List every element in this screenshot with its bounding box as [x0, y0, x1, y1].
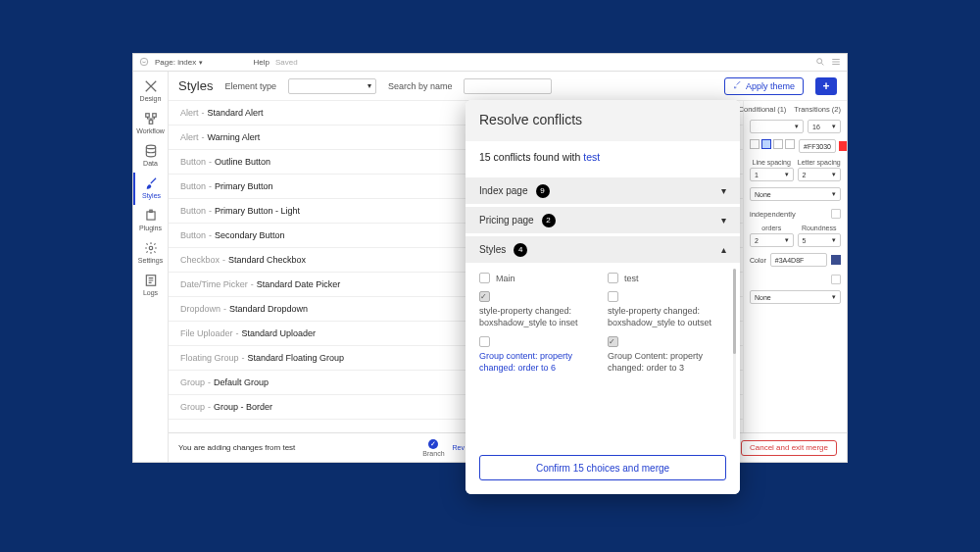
border-color-field[interactable]: #3A4D8F [770, 253, 827, 267]
search-icon[interactable] [815, 57, 825, 69]
rail-logs[interactable]: Logs [133, 270, 169, 302]
svg-point-0 [140, 58, 148, 66]
svg-point-8 [149, 246, 153, 250]
svg-rect-3 [152, 114, 156, 118]
choice-checkbox[interactable] [479, 336, 490, 347]
rail-settings[interactable]: Settings [133, 237, 169, 270]
conflict-list: Main test style-property changed: boxsha… [466, 263, 740, 445]
bg-checkbox[interactable] [831, 275, 841, 284]
count-badge: 2 [542, 214, 556, 227]
svg-point-5 [146, 145, 155, 149]
color-swatch[interactable] [831, 255, 841, 265]
chevron-down-icon: ▾ [721, 215, 726, 226]
branch-status-icon: ✓ [428, 439, 438, 449]
rail-plugins[interactable]: Plugins [133, 205, 169, 237]
branch-link[interactable]: test [583, 151, 600, 163]
rail-styles[interactable]: Styles [133, 173, 169, 205]
background-dropdown[interactable]: None▾ [750, 290, 841, 304]
svg-point-1 [817, 58, 822, 63]
tab-conditional[interactable]: Conditional (1) [739, 105, 787, 114]
rail-workflow[interactable]: Workflow [133, 108, 169, 140]
select-all-main-checkbox[interactable] [479, 273, 490, 283]
section-pricing-page[interactable]: Pricing page 2 ▾ [466, 204, 740, 233]
page-label[interactable]: Page: index ▾ [155, 58, 203, 67]
branch-label: Branch [422, 450, 444, 457]
count-badge: 4 [514, 243, 527, 257]
tab-transitions[interactable]: Transitions (2) [794, 105, 841, 114]
modal-subheader: 15 conflicts found with test [466, 141, 740, 175]
font-dropdown[interactable]: ▾ [750, 120, 804, 133]
menu-icon[interactable] [831, 57, 841, 69]
plugin-icon [144, 209, 158, 223]
rail-design[interactable]: Design [133, 75, 169, 108]
independent-checkbox[interactable] [831, 209, 841, 219]
cancel-merge-button[interactable]: Cancel and exit merge [741, 440, 837, 456]
add-style-button[interactable]: + [815, 77, 837, 95]
section-index-page[interactable]: Index page 9 ▾ [466, 175, 740, 204]
roundness-value[interactable]: 5▾ [798, 233, 842, 247]
saved-status: Saved [275, 58, 298, 67]
database-icon [144, 144, 158, 158]
merge-message: You are adding changes from test [178, 443, 295, 452]
gear-icon [144, 241, 158, 255]
brush-icon [145, 176, 159, 190]
apply-theme-button[interactable]: Apply theme [724, 77, 804, 95]
search-label: Search by name [388, 81, 453, 91]
conflict-row: style-property changed: boxshadow_style … [479, 291, 726, 328]
scrollbar[interactable] [733, 269, 736, 439]
conflict-row: Group content: property changed: order t… [479, 336, 726, 374]
chevron-up-icon: ▴ [721, 244, 726, 255]
rail-data[interactable]: Data [133, 140, 169, 173]
count-badge: 9 [536, 184, 550, 198]
pencil-cross-icon [144, 79, 158, 93]
modal-title: Resolve conflicts [479, 112, 726, 127]
svg-rect-2 [145, 114, 149, 118]
resolve-conflicts-modal: Resolve conflicts 15 conflicts found wit… [466, 100, 740, 494]
select-all-test-checkbox[interactable] [608, 273, 618, 283]
color-field[interactable]: #FF3030 [799, 139, 836, 153]
chevron-down-icon: ▾ [721, 185, 726, 196]
workflow-icon [144, 112, 158, 125]
choice-checkbox[interactable] [608, 291, 618, 302]
borders-value[interactable]: 2▾ [750, 233, 794, 247]
choice-checkbox[interactable] [479, 291, 490, 302]
svg-rect-4 [149, 121, 153, 125]
svg-rect-6 [146, 212, 154, 220]
text-align[interactable] [750, 139, 795, 149]
logs-icon [144, 274, 158, 287]
page-title: Styles [178, 78, 213, 93]
letter-spacing[interactable]: 2▾ [798, 168, 842, 181]
modal-header: Resolve conflicts [466, 100, 740, 141]
element-type-label: Element type [224, 81, 276, 91]
shadow-dropdown[interactable]: None▾ [750, 187, 841, 201]
search-input[interactable] [464, 78, 552, 94]
rev-link[interactable]: Rev [453, 444, 465, 451]
choice-checkbox[interactable] [608, 336, 618, 347]
properties-panel: Conditional (1) Transitions (2) ▾ 16▾ [743, 101, 847, 432]
line-spacing[interactable]: 1▾ [750, 168, 794, 181]
section-styles[interactable]: Styles 4 ▴ [466, 233, 740, 263]
nav-rail: Design Workflow Data Styles [133, 72, 169, 462]
font-size[interactable]: 16▾ [808, 120, 841, 133]
element-type-dropdown[interactable]: ▾ [288, 78, 376, 94]
styles-toolbar: Styles Element type ▾ Search by name App… [169, 72, 847, 101]
confirm-merge-button[interactable]: Confirm 15 choices and merge [479, 455, 726, 480]
help-link[interactable]: Help [254, 58, 270, 67]
logo-icon [139, 57, 149, 69]
color-swatch[interactable] [839, 141, 847, 151]
topbar: Page: index ▾ Help Saved [133, 54, 847, 72]
brush-icon [733, 80, 742, 91]
